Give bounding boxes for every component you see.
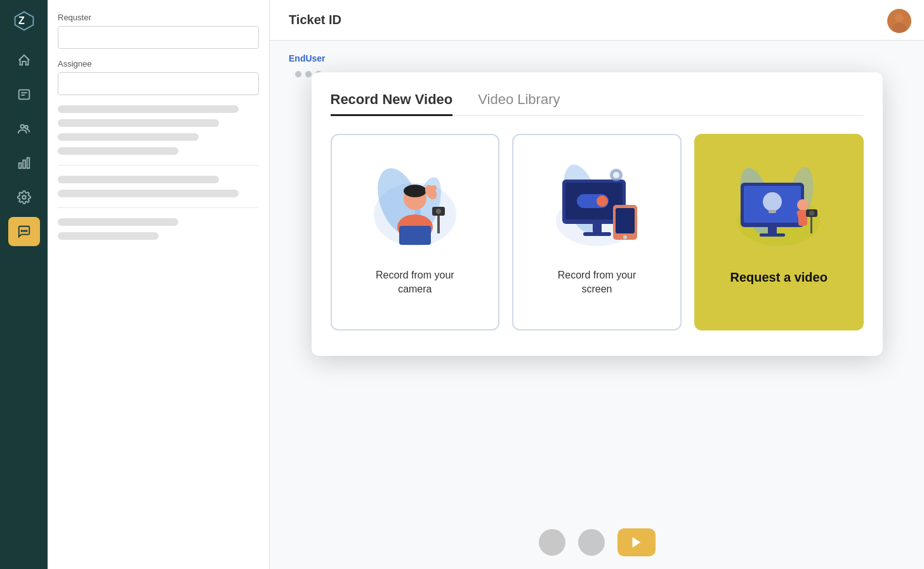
request-illustration: [725, 148, 833, 256]
ticket-header: Ticket ID: [270, 0, 924, 41]
tab-record-new[interactable]: Record New Video: [331, 91, 453, 116]
sidebar-item-reports[interactable]: [8, 148, 40, 178]
bottom-circle-2: [578, 529, 605, 556]
sidebar-item-home[interactable]: [8, 46, 40, 75]
svg-point-12: [25, 230, 27, 232]
svg-point-47: [797, 199, 808, 211]
ticket-id-title: Ticket ID: [289, 13, 905, 27]
bottom-bar: [270, 528, 924, 556]
svg-point-34: [613, 172, 619, 178]
app-logo: Z: [11, 8, 37, 34]
camera-card-label: Record from yourcamera: [376, 268, 454, 297]
assignee-input[interactable]: [58, 72, 259, 95]
assignee-label: Assignee: [58, 59, 259, 69]
cards-row: Record from yourcamera: [331, 134, 864, 330]
skeleton-5: [58, 176, 219, 183]
svg-point-26: [436, 209, 441, 214]
skeleton-2: [58, 119, 219, 127]
svg-rect-54: [760, 233, 785, 237]
svg-point-14: [892, 23, 906, 33]
svg-point-52: [809, 211, 814, 216]
avatar[interactable]: [887, 9, 911, 33]
skeleton-1: [58, 105, 239, 113]
svg-text:Z: Z: [18, 15, 25, 26]
screen-card[interactable]: Record from yourscreen: [512, 134, 682, 330]
svg-point-32: [597, 195, 608, 207]
requester-input[interactable]: [58, 26, 259, 49]
sidebar-item-tickets[interactable]: [8, 80, 40, 109]
sidebar-item-users[interactable]: [8, 114, 40, 143]
modal-box: Record New Video Video Library: [312, 72, 883, 356]
svg-rect-35: [593, 224, 602, 233]
svg-rect-46: [769, 210, 776, 213]
svg-point-10: [23, 230, 25, 232]
skeleton-8: [58, 232, 159, 240]
svg-rect-8: [27, 158, 29, 169]
sidebar-item-chat[interactable]: [8, 217, 40, 246]
request-card[interactable]: Request a video: [694, 134, 864, 330]
svg-point-9: [22, 195, 26, 199]
skeleton-4: [58, 147, 178, 155]
svg-point-20: [404, 185, 426, 197]
left-panel: Requster Assignee: [48, 0, 270, 569]
svg-point-5: [25, 126, 28, 129]
svg-point-39: [623, 235, 627, 239]
content-area: EndUser Record New Video Video Library: [270, 41, 924, 569]
screen-illustration: [543, 148, 651, 256]
skeleton-7: [58, 218, 178, 226]
camera-illustration: [361, 148, 469, 256]
svg-rect-36: [583, 232, 611, 236]
svg-rect-38: [616, 208, 635, 233]
skeleton-6: [58, 190, 239, 197]
modal-overlay: Record New Video Video Library: [270, 66, 924, 531]
skeleton-3: [58, 133, 199, 141]
modal-tabs: Record New Video Video Library: [331, 91, 864, 116]
svg-rect-23: [399, 226, 431, 245]
svg-point-22: [432, 185, 437, 190]
play-button[interactable]: [617, 528, 656, 556]
end-user-label: EndUser: [289, 53, 905, 63]
svg-marker-55: [632, 537, 640, 548]
screen-card-label: Record from yourscreen: [558, 268, 637, 297]
camera-card[interactable]: Record from yourcamera: [331, 134, 500, 330]
tab-video-library[interactable]: Video Library: [478, 91, 560, 116]
svg-rect-6: [18, 163, 21, 168]
divider-2: [58, 207, 259, 208]
divider-1: [58, 165, 259, 166]
svg-point-13: [895, 13, 904, 22]
requester-label: Requster: [58, 13, 259, 22]
svg-point-45: [763, 192, 782, 211]
request-card-label: Request a video: [730, 268, 827, 286]
bottom-circle-1: [539, 529, 565, 556]
main-content: Ticket ID EndUser Record New Video Video…: [270, 0, 924, 569]
sidebar: Z: [0, 0, 48, 569]
svg-point-11: [21, 230, 22, 232]
sidebar-item-settings[interactable]: [8, 183, 40, 212]
svg-point-4: [20, 125, 24, 129]
svg-rect-7: [23, 160, 25, 168]
